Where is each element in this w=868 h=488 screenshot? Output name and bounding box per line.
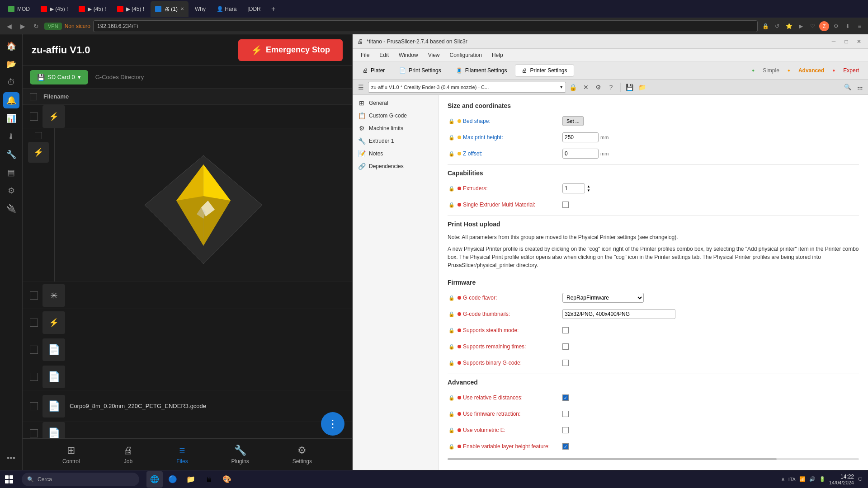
address-input[interactable] (93, 20, 758, 32)
menu-help[interactable]: Help (487, 51, 508, 60)
nav-control[interactable]: ⊞ Control (62, 445, 80, 465)
sidebar-item-machine-limits[interactable]: ⚙ Machine limits (353, 122, 438, 135)
save-icon[interactable]: 💾 (624, 82, 635, 93)
tab-plater[interactable]: 🖨 Plater (356, 65, 391, 76)
row-checkbox[interactable] (30, 319, 38, 327)
sidebar-temp-icon[interactable]: 🌡 (3, 128, 19, 145)
tab-hara[interactable]: 👤 Hara (212, 1, 241, 17)
row-checkbox[interactable] (30, 113, 38, 121)
sidebar-chart-icon[interactable]: 📊 (3, 110, 19, 127)
menu-window[interactable]: Window (394, 51, 423, 60)
advanced-mode-button[interactable]: Advanced (793, 66, 830, 75)
tab-close-icon[interactable]: ✕ (180, 6, 184, 11)
taskbar-icon-terminal[interactable]: 🖥 (201, 471, 217, 488)
lock-icon[interactable]: 🔒 (568, 82, 579, 93)
sidebar-timer-icon[interactable]: ⏱ (3, 74, 19, 90)
tab-yt2[interactable]: ▶ (45) ! (74, 1, 110, 17)
start-button[interactable] (0, 470, 18, 488)
nav-plugins[interactable]: 🔧 Plugins (231, 445, 249, 465)
gcode-thumbnails-input[interactable] (562, 309, 675, 319)
forward-button[interactable]: ▶ (17, 21, 28, 32)
sidebar-layers-icon[interactable]: ▤ (3, 164, 19, 181)
spinner-down-icon[interactable]: ▼ (587, 188, 590, 192)
spinner-up-icon[interactable]: ▲ (587, 184, 590, 188)
row-checkbox[interactable] (30, 429, 38, 437)
single-extruder-checkbox[interactable] (562, 202, 569, 208)
menu-configuration[interactable]: Configuration (445, 51, 486, 60)
sidebar-more-icon[interactable]: ••• (3, 450, 19, 466)
profile-dropdown[interactable]: zu-affiu V1.0 * Creality Ender-3 (0.4 mm… (368, 82, 566, 93)
sidebar-item-notes[interactable]: 📝 Notes (353, 147, 438, 160)
supports-remaining-checkbox[interactable] (562, 343, 569, 350)
sidebar-files-icon[interactable]: 📂 (3, 56, 19, 72)
gcodes-directory-link[interactable]: G-Codes Directory (95, 74, 144, 80)
sidebar-settings-icon[interactable]: ⚙ (3, 183, 19, 199)
question-icon[interactable]: ? (606, 82, 617, 93)
taskbar-icon-circle[interactable]: 🔵 (165, 471, 181, 488)
taskbar-search[interactable]: 🔍 Cerca (22, 473, 139, 486)
spinner-arrows[interactable]: ▲ ▼ (587, 184, 590, 192)
download-icon[interactable]: ⬇ (843, 21, 853, 31)
minimize-button[interactable]: ─ (829, 37, 838, 46)
notification-icon[interactable]: 🗨 (858, 477, 863, 482)
sidebar-toggle-icon[interactable]: ☰ (355, 82, 366, 93)
select-all-checkbox[interactable] (30, 93, 37, 100)
refresh-icon[interactable]: ↺ (772, 21, 782, 31)
x-icon[interactable]: ✕ (580, 82, 591, 93)
save-as-icon[interactable]: 📁 (637, 82, 648, 93)
sidebar-notification-icon[interactable]: 🔔 (3, 92, 19, 108)
gcode-flavor-select[interactable]: RepRapFirmware Marlin Klipper (562, 293, 644, 303)
sidebar-plugins-icon[interactable]: 🔌 (3, 201, 19, 217)
use-volumetric-checkbox[interactable] (562, 427, 569, 433)
max-print-height-input[interactable] (562, 132, 599, 142)
row-checkbox[interactable] (30, 373, 38, 381)
menu-icon[interactable]: ≡ (854, 21, 864, 31)
tab-mod[interactable]: MOD (4, 1, 34, 17)
sidebar-item-dependencies[interactable]: 🔗 Dependencies (353, 160, 438, 173)
tray-volume-icon[interactable]: 🔊 (809, 476, 816, 482)
sidebar-item-general[interactable]: ⊞ General (353, 97, 438, 109)
maximize-button[interactable]: □ (842, 37, 851, 46)
win-clock[interactable]: 14:22 14/04/2024 (829, 474, 854, 485)
menu-edit[interactable]: Edit (375, 51, 393, 60)
heart-icon[interactable]: ♡ (807, 21, 817, 31)
sidebar-item-extruder1[interactable]: 🔧 Extruder 1 (353, 135, 438, 147)
z-offset-input[interactable] (562, 149, 599, 159)
play-icon[interactable]: ▶ (796, 21, 806, 31)
sidebar-home-icon[interactable]: 🏠 (3, 38, 19, 54)
nav-settings[interactable]: ⚙ Settings (292, 445, 312, 465)
use-relative-checkbox[interactable]: ✓ (562, 394, 569, 401)
new-tab-button[interactable]: + (267, 3, 280, 15)
tab-ddr[interactable]: [DDR (243, 1, 265, 17)
row-checkbox[interactable] (35, 132, 42, 139)
simple-mode-button[interactable]: Simple (757, 66, 785, 75)
sidebar-item-custom-gcode[interactable]: 📋 Custom G-code (353, 109, 438, 122)
nav-job[interactable]: 🖨 Job (123, 445, 133, 465)
tab-why[interactable]: Why (190, 1, 210, 17)
nav-files[interactable]: ≡ Files (176, 445, 188, 465)
menu-view[interactable]: View (424, 51, 444, 60)
bed-shape-set-button[interactable]: Set ... (562, 116, 584, 126)
use-firmware-checkbox[interactable] (562, 411, 569, 417)
supports-stealth-checkbox[interactable] (562, 327, 569, 333)
tab-printer-settings[interactable]: 🖨 Printer Settings (515, 64, 574, 77)
menu-file[interactable]: File (356, 51, 374, 60)
search-button[interactable]: 🔍 (843, 82, 853, 92)
tab-print-settings[interactable]: 📄 Print Settings (393, 65, 447, 76)
sdcard-button[interactable]: 💾 SD Card 0 ▾ (30, 70, 88, 84)
columns-icon[interactable]: ⚏ (854, 82, 865, 93)
sidebar-tools-icon[interactable]: 🔧 (3, 146, 19, 163)
emergency-stop-button[interactable]: ⚡ Emergency Stop (238, 39, 343, 61)
profile-icon[interactable]: Z (819, 21, 829, 31)
row-checkbox[interactable] (30, 346, 38, 354)
extruders-input[interactable] (562, 183, 585, 193)
bookmark-icon[interactable]: ⭐ (784, 21, 794, 31)
tray-chevron-icon[interactable]: ∧ (781, 476, 785, 482)
back-button[interactable]: ◀ (4, 21, 14, 32)
tab-yt1[interactable]: ▶ (45) ! (36, 1, 72, 17)
taskbar-icon-folder[interactable]: 📁 (183, 471, 199, 488)
tab-active[interactable]: 🖨 (1) ✕ (151, 1, 189, 17)
fab-button[interactable]: ⋮ (321, 412, 344, 436)
close-button[interactable]: ✕ (854, 37, 863, 46)
expert-mode-button[interactable]: Expert (838, 66, 864, 75)
